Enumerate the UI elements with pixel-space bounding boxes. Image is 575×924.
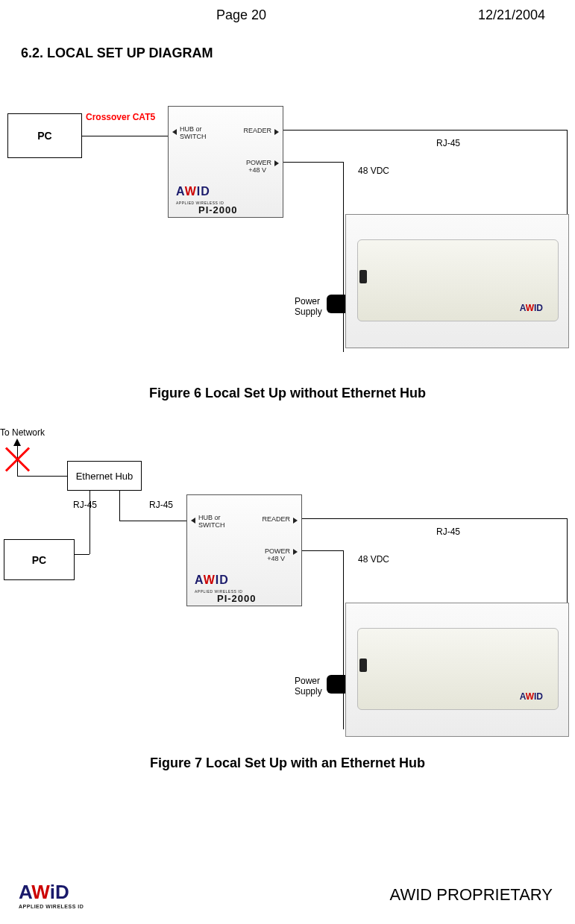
hub-switch-label: HUB or SWITCH [180,125,213,140]
ethernet-hub-box: Ethernet Hub [67,461,142,491]
to-network-label: To Network [0,427,45,438]
rj45-a-label: RJ-45 [73,500,97,510]
page-header: Page 20 12/21/2004 [0,0,575,23]
vdc48-label-2: 48 VDC [358,554,389,565]
section-title: 6.2. LOCAL SET UP DIAGRAM [21,45,575,61]
figure-7-caption: Figure 7 Local Set Up with an Ethernet H… [0,755,575,771]
x-mark-icon [2,444,32,474]
reader-label: READER [243,127,271,134]
wire-power-v-2 [343,550,344,729]
wire-hub-to-pi2000 [119,521,186,521]
footer-proprietary: AWID PROPRIETARY [390,885,553,905]
pi2000-model-2: PI-2000 [217,593,257,604]
power-supply-label-2: Power Supply [295,676,322,697]
ethernet-hub-label: Ethernet Hub [76,471,133,482]
reader-brand-2: AWID [520,691,543,702]
wire-pc-pi2000 [82,136,168,136]
rj45-label: RJ-45 [436,138,460,148]
pi2000-brand: AWID [176,185,210,198]
reader-device-2: AWID [345,603,569,737]
power-supply-label: Power Supply [295,296,322,317]
power-label-2: POWER [265,547,290,555]
wire-power-h [283,162,343,163]
pc-box-2: PC [4,539,75,580]
wire-power-v [343,162,344,352]
reader-brand: AWID [520,303,543,313]
rj45-c-label: RJ-45 [436,527,460,537]
wire-reader-h [283,130,567,131]
pi2000-model: PI-2000 [198,204,238,216]
footer-brand-sub: APPLIED WIRELESS ID [19,904,84,909]
wire-reader-h-2 [302,518,567,519]
pi2000-brand-2: AWID [195,573,229,587]
power-label: POWER [246,159,271,166]
hub-switch-label-2: HUB or SWITCH [198,514,232,529]
wire-hub-left [17,476,67,477]
pi2000-box: HUB or SWITCH READER POWER +48 V AWID AP… [168,106,283,218]
pc-label: PC [37,130,51,142]
figure-6-caption: Figure 6 Local Set Up without Ethernet H… [0,386,575,401]
wire-power-h-2 [302,550,343,551]
page-date: 12/21/2004 [478,7,545,23]
pc-label-2: PC [32,554,46,566]
vdc48-label: 48 VDC [358,166,389,176]
reader-label-2: READER [262,515,290,523]
crossover-label: Crossover CAT5 [86,112,155,122]
wire-hub-down-left [89,491,90,554]
diagram-1: PC Crossover CAT5 HUB or SWITCH READER P… [0,69,575,382]
vdc-label-2: +48 V [267,555,285,562]
page-footer: AWiD APPLIED WIRELESS ID AWID PROPRIETAR… [0,881,575,909]
vdc-label: +48 V [248,166,266,174]
pc-box: PC [7,113,82,158]
footer-logo: AWiD APPLIED WIRELESS ID [19,881,84,909]
diagram-2: To Network Ethernet Hub RJ-45 RJ-45 PC H… [0,416,575,752]
wire-hub-down-right [119,491,120,521]
reader-device: AWID [345,214,569,348]
page-number: Page 20 [216,7,266,23]
footer-brand: AWiD [19,881,69,904]
wire-hub-into-pc [75,554,89,555]
rj45-b-label: RJ-45 [149,500,173,510]
pi2000-box-2: HUB or SWITCH READER POWER +48 V AWID AP… [186,494,302,606]
